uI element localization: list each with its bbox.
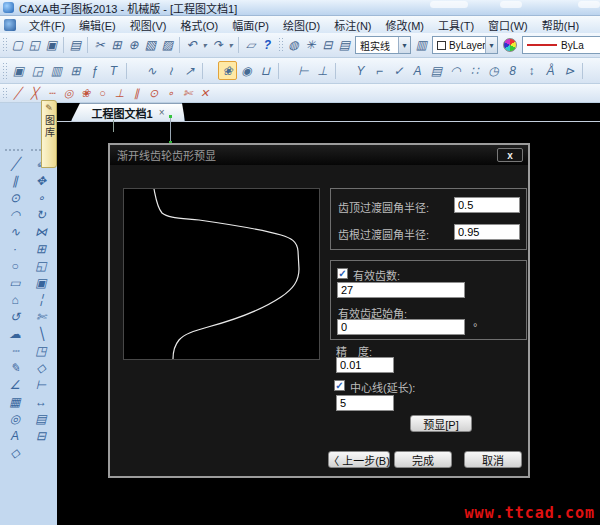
precision-input[interactable] [336,357,394,373]
snap-dash-icon[interactable]: ┄ [43,86,60,101]
copy-tool-icon[interactable]: ∘ [29,189,53,206]
layer-print-icon[interactable]: ▤ [336,36,353,55]
layer-bright-icon[interactable]: ✳ [302,36,319,55]
corner-tool-icon[interactable]: ◳ [29,342,53,359]
toolbar-grip[interactable] [2,62,7,80]
paste-special-icon[interactable]: ▨ [159,36,176,55]
text-size-icon[interactable]: 8 [503,61,522,80]
redo-dropdown-icon[interactable]: ▾ [226,36,235,55]
back-button[interactable]: 〈 上一步(B) [328,451,390,468]
undo-dropdown-icon[interactable]: ▾ [200,36,209,55]
menu-item[interactable]: 文件(F) [22,16,72,34]
centerline-checkbox[interactable]: ✓ [334,380,345,391]
bom-table-icon[interactable]: T [104,61,123,80]
linestyle-combo[interactable]: 粗实线 ▾ [355,36,411,54]
title-block-icon[interactable]: ▥ [47,61,66,80]
snap-perpendicular-icon[interactable]: ⊥ [111,86,128,101]
array-tool-icon[interactable]: ⊞ [29,240,53,257]
break-tool-icon[interactable]: ╎ [29,291,53,308]
construction-icon[interactable]: ⊔ [256,61,275,80]
menu-item[interactable]: 编辑(E) [72,16,123,34]
paste-icon[interactable]: ▧ [142,36,159,55]
rectangle-tool-icon[interactable]: ▭ [3,274,27,291]
arc-tool-icon[interactable]: ◠ [3,206,27,223]
snap-trim-icon[interactable]: ✄ [179,86,196,101]
toolbar-grip[interactable] [2,37,7,54]
snap-circle-icon[interactable]: ○ [94,86,111,101]
region-tool-icon[interactable]: ◎ [3,410,27,427]
snap-center-icon[interactable]: ◎ [60,86,77,101]
drawing-frame-icon[interactable]: ▣ [9,61,28,80]
menu-item[interactable]: 帮助(H) [535,16,586,34]
library-panel-tab[interactable]: ✎ 图库 [41,100,57,168]
props-tool-icon[interactable]: ⊟ [29,427,53,444]
cut-icon[interactable]: ✂ [91,36,108,55]
copy-basepoint-icon[interactable]: ⊕ [125,36,142,55]
help-icon[interactable]: ? [259,36,276,55]
break-line-icon[interactable]: ≀ [161,61,180,80]
teeth-checkbox[interactable]: ✓ [337,268,348,279]
color-wheel-icon[interactable] [503,38,517,52]
offset-tool-icon[interactable]: ▣ [29,274,53,291]
menu-item[interactable]: 标注(N) [327,16,378,34]
dimension-tool-icon[interactable]: ⊢ [29,376,53,393]
dim-arrow-tool-icon[interactable]: ↔ [29,393,53,410]
parameter-table-icon[interactable]: ⊞ [66,61,85,80]
leader-icon[interactable]: ⌐ [370,61,389,80]
snap-point-icon[interactable]: ∘ [162,86,179,101]
ellipse-tool-icon[interactable]: ○ [3,257,27,274]
snap-tangent-icon[interactable]: ⊙ [145,86,162,101]
pattern-icon[interactable]: ∷ [465,61,484,80]
linear-dimension-icon[interactable]: ⊢ [294,61,313,80]
move-tool-icon[interactable]: ✥ [29,172,53,189]
scale-tool-icon[interactable]: ◱ [29,257,53,274]
snap-off-icon[interactable]: ✕ [196,86,213,101]
snap-line-icon[interactable]: ╱ [9,86,26,101]
layer-lock-icon[interactable]: ⊟ [319,36,336,55]
split-icon[interactable]: Y [351,61,370,80]
menu-item[interactable]: 窗口(W) [481,16,535,34]
menu-item[interactable]: 格式(O) [173,16,225,34]
polygon-tool-icon[interactable]: ⌂ [3,291,27,308]
explode-tool-icon[interactable]: ◇ [29,359,53,376]
dialog-close-button[interactable]: x [497,148,523,162]
sketch-tool-icon[interactable]: ✎ [3,359,27,376]
flag-icon[interactable]: ⊳ [560,61,579,80]
style-tool-icon[interactable]: ▤ [29,410,53,427]
toolbar-grip[interactable] [2,87,7,100]
tab-close-icon[interactable]: × [159,107,165,118]
parallel-line-tool-icon[interactable]: ∥ [3,172,27,189]
trim-tool-icon[interactable]: ✄ [29,308,53,325]
layer-on-icon[interactable]: ◍ [285,36,302,55]
cloud-tool-icon[interactable]: ☁ [3,325,27,342]
centerline-tool-icon[interactable]: ┄ [3,342,27,359]
check-icon[interactable]: ✓ [389,61,408,80]
open-file-icon[interactable]: ◱ [26,36,43,55]
datum-icon[interactable]: A [408,61,427,80]
snap-parallel-icon[interactable]: ∥ [128,86,145,101]
snap-intersection-icon[interactable]: ╳ [26,86,43,101]
new-file-icon[interactable]: ▢ [9,36,26,55]
snap-quadrant-icon[interactable]: ❀ [77,86,94,101]
part-number-icon[interactable]: ƒ [85,61,104,80]
image-icon[interactable]: ▤ [427,61,446,80]
dialog-titlebar[interactable]: 渐开线齿轮齿形预显 x [110,145,528,165]
combo-dropdown-icon[interactable]: ▾ [485,37,497,53]
rotate-tool-icon[interactable]: ↻ [29,206,53,223]
document-tab[interactable]: 工程图文档1 × [71,103,185,121]
teeth-input[interactable] [337,282,465,298]
centerline-input[interactable] [336,395,394,411]
hatch-tool-icon[interactable]: ▦ [3,393,27,410]
menu-item[interactable]: 幅面(P) [225,16,276,34]
revision-curve-icon[interactable]: ↺ [3,308,27,325]
finish-button[interactable]: 完成 [394,451,452,468]
coordinate-dimension-icon[interactable]: ⊥ [313,61,332,80]
menu-item[interactable]: 工具(T) [431,16,481,34]
spline-tool-icon[interactable]: ∿ [3,223,27,240]
gear-tool-icon[interactable]: ❀ [218,61,237,80]
arrow-icon[interactable]: ↗ [180,61,199,80]
wave-line-icon[interactable]: ∿ [142,61,161,80]
toolbar-grip[interactable] [4,148,24,152]
arc-dimension-icon[interactable]: ◠ [446,61,465,80]
updown-icon[interactable]: ↕ [522,61,541,80]
